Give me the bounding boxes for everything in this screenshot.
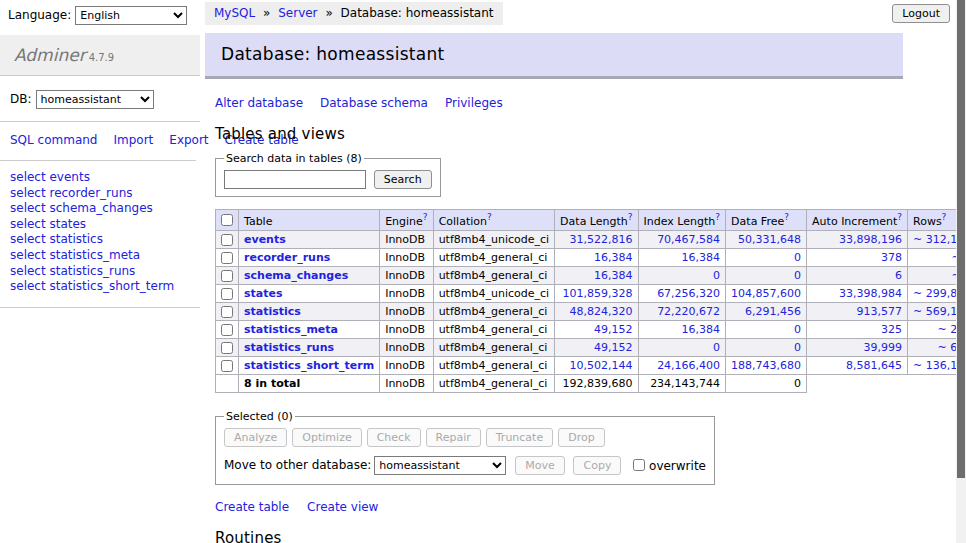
column-header: Auto Increment?	[807, 210, 908, 231]
column-help-link[interactable]: ?	[628, 212, 633, 222]
move-button: Move	[515, 456, 565, 475]
cell-data-free: 50,331,648	[726, 230, 807, 248]
cell-engine: InnoDB	[380, 284, 433, 302]
language-select[interactable]: English	[75, 6, 187, 25]
table-name-link[interactable]: statistics	[244, 305, 301, 318]
sidebar-action-link[interactable]: Export	[169, 133, 208, 147]
selected-action-button: Analyze	[224, 428, 287, 447]
selected-action-button: Drop	[558, 428, 604, 447]
cell-auto-increment: 325	[807, 320, 908, 338]
create-link[interactable]: Create view	[307, 500, 378, 514]
cell-index-length: 16,384	[638, 320, 726, 338]
sidebar-select-table-link[interactable]: select statistics_short_term	[10, 279, 192, 295]
column-help-link[interactable]: ?	[423, 212, 428, 222]
column-header-label: Table	[244, 215, 272, 228]
search-button[interactable]: Search	[374, 170, 432, 189]
cell-index-length: 72,220,672	[638, 302, 726, 320]
table-row: states InnoDB utf8mb4_unicode_ci 101,859…	[216, 284, 966, 302]
move-database-select[interactable]: homeassistant	[374, 456, 506, 475]
column-header: Table	[239, 210, 380, 231]
row-checkbox[interactable]	[221, 252, 233, 264]
table-name-link[interactable]: statistics_meta	[244, 323, 338, 336]
column-help-link[interactable]: ?	[715, 212, 720, 222]
cell-engine: InnoDB	[380, 230, 433, 248]
cell-data-free: 188,743,680	[726, 356, 807, 374]
cell-auto-increment: 378	[807, 248, 908, 266]
create-link[interactable]: Create table	[215, 500, 289, 514]
cell-data-length: 101,859,328	[555, 284, 638, 302]
row-checkbox[interactable]	[221, 342, 233, 354]
table-row: statistics_meta InnoDB utf8mb4_general_c…	[216, 320, 966, 338]
db-label: DB:	[10, 92, 32, 106]
database-action-link[interactable]: Alter database	[215, 96, 303, 110]
cell-data-length: 16,384	[555, 266, 638, 284]
cell-data-length: 10,502,144	[555, 356, 638, 374]
column-help-link[interactable]: ?	[784, 212, 789, 222]
row-checkbox[interactable]	[221, 270, 233, 282]
table-row: events InnoDB utf8mb4_unicode_ci 31,522,…	[216, 230, 966, 248]
cell-data-free: 0	[726, 248, 807, 266]
table-row: schema_changes InnoDB utf8mb4_general_ci…	[216, 266, 966, 284]
adminer-logo[interactable]: Adminer	[14, 45, 86, 65]
cell-data-free: 104,857,600	[726, 284, 807, 302]
sidebar-action-link[interactable]: Import	[113, 133, 153, 147]
row-checkbox[interactable]	[221, 234, 233, 246]
row-checkbox[interactable]	[221, 288, 233, 300]
column-help-link[interactable]: ?	[897, 212, 902, 222]
db-selector-row: DB:homeassistant	[0, 76, 200, 122]
db-select[interactable]: homeassistant	[36, 90, 154, 109]
row-checkbox[interactable]	[221, 306, 233, 318]
cell-index-length: 24,166,400	[638, 356, 726, 374]
sidebar-select-table-link[interactable]: select schema_changes	[10, 201, 192, 217]
table-header-row: TableEngine?Collation?Data Length?Index …	[216, 210, 966, 231]
main-content: MySQL » Server » Database: homeassistant…	[205, 0, 903, 543]
row-checkbox[interactable]	[221, 360, 233, 372]
select-all-checkbox[interactable]	[221, 214, 233, 226]
routines-heading: Routines	[215, 529, 903, 543]
cell-auto-increment: 6	[807, 266, 908, 284]
table-name-link[interactable]: recorder_runs	[244, 251, 330, 264]
table-name-link[interactable]: statistics_runs	[244, 341, 334, 354]
cell-engine: InnoDB	[380, 338, 433, 356]
sidebar-select-table-link[interactable]: select statistics	[10, 232, 192, 248]
search-input[interactable]	[224, 170, 366, 189]
sidebar-action-links: SQL commandImportExportCreate table	[0, 122, 196, 161]
breadcrumb-mysql-link[interactable]: MySQL	[214, 6, 255, 20]
total-data-free: 0	[726, 374, 807, 392]
vertical-scrollbar[interactable]	[956, 0, 966, 543]
selected-action-button: Repair	[426, 428, 481, 447]
table-name-link[interactable]: statistics_short_term	[244, 359, 374, 372]
sidebar-select-table-link[interactable]: select statistics_meta	[10, 248, 192, 264]
cell-collation: utf8mb4_general_ci	[433, 356, 554, 374]
cell-collation: utf8mb4_general_ci	[433, 302, 554, 320]
sidebar-select-table-link[interactable]: select states	[10, 217, 192, 233]
cell-auto-increment: 913,577	[807, 302, 908, 320]
table-name-link[interactable]: schema_changes	[244, 269, 348, 282]
breadcrumb-current: Database: homeassistant	[341, 6, 494, 20]
column-header: Data Free?	[726, 210, 807, 231]
column-help-link[interactable]: ?	[487, 212, 492, 222]
sidebar-select-table-link[interactable]: select recorder_runs	[10, 186, 192, 202]
table-name-link[interactable]: events	[244, 233, 286, 246]
table-total-row: 8 in total InnoDB utf8mb4_general_ci 192…	[216, 374, 966, 392]
overwrite-checkbox[interactable]	[633, 459, 645, 471]
column-header: Data Length?	[555, 210, 638, 231]
sidebar-select-table-link[interactable]: select events	[10, 170, 192, 186]
database-action-link[interactable]: Database schema	[320, 96, 428, 110]
cell-collation: utf8mb4_general_ci	[433, 338, 554, 356]
cell-data-free: 0	[726, 266, 807, 284]
breadcrumb: MySQL » Server » Database: homeassistant	[205, 2, 503, 25]
search-fieldset: Search data in tables (8) Search	[215, 152, 441, 197]
column-help-link[interactable]: ?	[942, 212, 947, 222]
database-action-link[interactable]: Privileges	[445, 96, 503, 110]
overwrite-label[interactable]: overwrite	[649, 458, 706, 472]
table-row: recorder_runs InnoDB utf8mb4_general_ci …	[216, 248, 966, 266]
adminer-version: 4.7.9	[89, 52, 114, 63]
sidebar-action-link[interactable]: SQL command	[10, 133, 97, 147]
sidebar-select-table-link[interactable]: select statistics_runs	[10, 264, 192, 280]
scrollbar-thumb[interactable]	[957, 0, 965, 478]
breadcrumb-server-link[interactable]: Server	[278, 6, 317, 20]
table-name-link[interactable]: states	[244, 287, 283, 300]
column-header: Index Length?	[638, 210, 726, 231]
row-checkbox[interactable]	[221, 324, 233, 336]
